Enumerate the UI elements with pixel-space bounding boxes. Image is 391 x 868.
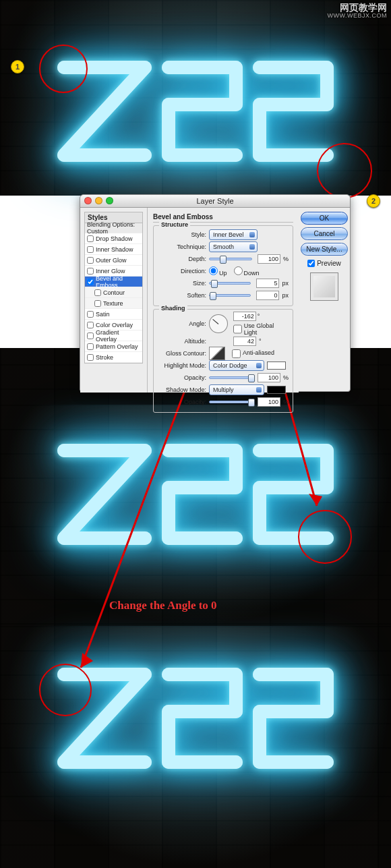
depth-slider[interactable] bbox=[209, 258, 252, 260]
checkbox[interactable] bbox=[87, 354, 94, 361]
watermark: 网页教学网 WWW.WEBJX.COM bbox=[328, 3, 388, 20]
style-gradient-overlay[interactable]: Gradient Overlay bbox=[85, 330, 142, 341]
cancel-button[interactable]: Cancel bbox=[301, 227, 348, 240]
soften-input[interactable]: 0 bbox=[256, 291, 279, 300]
highlight-ring-2 bbox=[317, 143, 372, 198]
altitude-input[interactable]: 42 bbox=[233, 337, 256, 346]
checkbox[interactable] bbox=[87, 311, 94, 318]
preview-thumbnail bbox=[310, 272, 338, 301]
technique-select[interactable]: Smooth bbox=[209, 241, 258, 252]
blending-options-row[interactable]: Blending Options: Custom bbox=[85, 223, 142, 233]
checkbox[interactable] bbox=[87, 279, 94, 285]
style-inner-shadow[interactable]: Inner Shadow bbox=[85, 244, 142, 255]
new-style-button[interactable]: New Style... bbox=[301, 243, 348, 256]
shadow-opacity-input[interactable]: 100 bbox=[258, 397, 280, 407]
checkbox[interactable] bbox=[94, 289, 101, 296]
layer-style-dialog: Layer Style Styles Blending Options: Cus… bbox=[80, 194, 351, 392]
style-pattern-overlay[interactable]: Pattern Overlay bbox=[85, 341, 142, 352]
checkbox[interactable] bbox=[94, 300, 101, 307]
shadow-color-swatch[interactable] bbox=[267, 386, 286, 394]
bevel-panel: Bevel and Emboss Structure Style:Inner B… bbox=[148, 208, 299, 393]
traffic-lights bbox=[84, 197, 113, 204]
dialog-right-column: OK Cancel New Style... Preview bbox=[299, 208, 350, 393]
close-icon[interactable] bbox=[84, 197, 92, 204]
annotation-change-angle: Change the Angle to 0 bbox=[109, 599, 217, 612]
minimize-icon[interactable] bbox=[95, 197, 102, 204]
checkbox[interactable] bbox=[87, 343, 94, 350]
dir-down-radio[interactable]: Down bbox=[234, 266, 260, 277]
dialog-titlebar[interactable]: Layer Style bbox=[80, 195, 350, 208]
checkbox[interactable] bbox=[87, 268, 94, 274]
soften-slider[interactable] bbox=[209, 294, 251, 297]
style-drop-shadow[interactable]: Drop Shadow bbox=[85, 233, 142, 244]
step-badge-1: 1 bbox=[11, 60, 24, 74]
style-satin[interactable]: Satin bbox=[85, 309, 142, 320]
checkbox[interactable] bbox=[87, 235, 94, 242]
size-slider[interactable] bbox=[209, 282, 251, 285]
gloss-contour[interactable] bbox=[209, 347, 225, 360]
global-light-check[interactable]: Use Global Light bbox=[233, 322, 289, 336]
highlight-mode-select[interactable]: Color Dodge bbox=[209, 360, 264, 371]
preview-check[interactable]: Preview bbox=[307, 260, 341, 267]
style-bevel-emboss[interactable]: Bevel and Emboss bbox=[85, 277, 142, 287]
ok-button[interactable]: OK bbox=[301, 212, 348, 225]
shadow-mode-select[interactable]: Multiply bbox=[209, 384, 264, 395]
highlight-color-swatch[interactable] bbox=[267, 361, 286, 370]
highlight-ring-1 bbox=[39, 45, 88, 93]
shading-title: Shading bbox=[159, 305, 187, 312]
checkbox[interactable] bbox=[87, 332, 94, 339]
shadow-opacity-slider[interactable] bbox=[209, 401, 252, 403]
checkbox[interactable] bbox=[87, 322, 94, 328]
style-texture[interactable]: Texture bbox=[85, 298, 142, 309]
watermark-line2: WWW.WEBJX.COM bbox=[328, 13, 388, 20]
structure-title: Structure bbox=[159, 221, 190, 228]
angle-input[interactable]: -162 bbox=[233, 312, 256, 321]
dir-up-radio[interactable]: Up bbox=[209, 266, 227, 277]
zoom-icon[interactable] bbox=[106, 197, 113, 204]
highlight-opacity-input[interactable]: 100 bbox=[258, 373, 280, 382]
svg-marker-3 bbox=[81, 653, 93, 668]
style-stroke[interactable]: Stroke bbox=[85, 352, 142, 363]
styles-column: Styles Blending Options: Custom Drop Sha… bbox=[80, 208, 148, 393]
checkbox[interactable] bbox=[87, 257, 94, 264]
step-badge-2: 2 bbox=[367, 194, 380, 208]
size-input[interactable]: 5 bbox=[256, 279, 279, 288]
highlight-opacity-slider[interactable] bbox=[209, 376, 252, 379]
style-outer-glow[interactable]: Outer Glow bbox=[85, 255, 142, 266]
checkbox[interactable] bbox=[87, 246, 94, 253]
antialiased-check[interactable]: Anti-aliased bbox=[232, 349, 274, 358]
depth-input[interactable]: 100 bbox=[258, 254, 280, 264]
angle-dial[interactable] bbox=[209, 314, 228, 333]
style-select[interactable]: Inner Bevel bbox=[209, 229, 258, 240]
style-contour[interactable]: Contour bbox=[85, 287, 142, 298]
dialog-title: Layer Style bbox=[196, 197, 233, 205]
